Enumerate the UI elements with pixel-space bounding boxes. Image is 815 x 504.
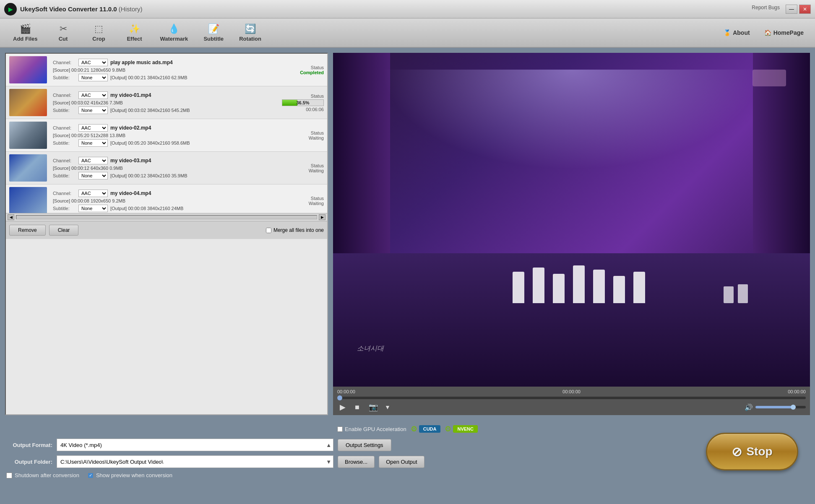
time-total: 00:00:00 (562, 389, 581, 394)
toolbar-add-files[interactable]: 🎬 Add Files (6, 21, 44, 44)
homepage-button[interactable]: 🏠 HomePage (759, 27, 809, 38)
channel-select-3[interactable]: AAC (78, 124, 108, 132)
scroll-right-btn[interactable]: ▶ (319, 214, 325, 220)
channel-select-1[interactable]: AAC (78, 59, 108, 66)
show-preview-check-group[interactable]: Show preview when conversion (88, 472, 172, 478)
shutdown-checkbox[interactable] (6, 473, 12, 478)
volume-icon: 🔊 (745, 403, 753, 411)
volume-section: 🔊 (745, 403, 806, 411)
options-row: Shutdown after conversion Show preview w… (6, 472, 809, 478)
time-remain-2: 00:06:06 (282, 107, 324, 112)
channel-select-4[interactable]: AAC (78, 157, 108, 164)
nvidia-icon-2: ⚙ (445, 424, 451, 434)
volume-handle[interactable] (791, 405, 796, 410)
play-button[interactable]: ▶ (337, 402, 348, 413)
file-item-2[interactable]: Channel: AAC my video-01.mp4 [Source] 00… (6, 86, 327, 119)
subtitle-select-4[interactable]: None (78, 172, 108, 179)
file-output-2: [Output] 00:03:02 3840x2160 545.2MB (110, 108, 190, 113)
effect-label: Effect (127, 36, 142, 42)
file-source-3: [Source] 00:05:20 512x288 13.8MB (53, 133, 125, 138)
toolbar-cut[interactable]: ✂ Cut (47, 21, 80, 44)
toolbar-effect[interactable]: ✨ Effect (118, 21, 151, 44)
rotation-icon: 🔄 (245, 23, 256, 34)
toolbar-rotation[interactable]: 🔄 Rotation (232, 21, 268, 44)
file-output-5: [Output] 00:00:08 3840x2160 24MB (110, 206, 183, 211)
file-list-panel: Channel: AAC play apple music ads.mp4 [S… (5, 53, 328, 415)
merge-checkbox-group[interactable]: Merge all files into one (266, 227, 324, 233)
snapshot-arrow[interactable]: ▼ (385, 404, 391, 410)
progress-text-2: 36.5% (282, 100, 323, 106)
scroll-track[interactable] (16, 215, 317, 219)
toolbar-crop[interactable]: ⬚ Crop (82, 21, 116, 44)
file-source-1: [Source] 00:00:21 1280x650 9.8MB (53, 68, 125, 73)
scroll-left-btn[interactable]: ◀ (8, 214, 14, 220)
output-format-label: Output Format: (6, 442, 52, 448)
file-name-3: my video-02.mp4 (110, 125, 151, 131)
toolbar-right-group: 🏅 About 🏠 HomePage (719, 27, 809, 38)
app-subtitle: (History) (119, 5, 143, 13)
horizontal-scrollbar[interactable]: ◀ ▶ (6, 213, 327, 221)
file-item-3[interactable]: Channel: AAC my video-02.mp4 [Source] 00… (6, 119, 327, 152)
seek-bar[interactable] (337, 397, 806, 399)
file-name-2: my video-01.mp4 (110, 92, 151, 98)
browse-button[interactable]: Browse... (338, 456, 375, 468)
merge-checkbox[interactable] (266, 228, 271, 233)
file-list-footer: Remove Clear Merge all files into one (6, 221, 327, 239)
time-end: 00:00:00 (788, 389, 806, 394)
gpu-check-group[interactable]: Enable GPU Acceleration (337, 426, 406, 432)
file-thumb-4 (9, 154, 47, 182)
nvidia-cuda-group: ⚙ CUDA (411, 424, 441, 434)
performer-1 (513, 272, 524, 303)
channel-select-2[interactable]: AAC (78, 91, 108, 99)
file-status-2: Status 36.5% 00:06:06 (282, 94, 324, 112)
file-source-2: [Source] 00:03:02 416x236 7.3MB (53, 100, 123, 105)
main-content: Channel: AAC play apple music ads.mp4 [S… (0, 48, 815, 420)
video-controls: 00:00:00 00:00:00 00:00:00 ▶ ■ 📷 ▼ 🔊 (333, 387, 810, 415)
folder-row: Output Folder: C:\Users\A\Videos\UkeySof… (6, 455, 809, 468)
stop-button[interactable]: ■ (352, 402, 362, 413)
subtitle-select-5[interactable]: None (78, 205, 108, 212)
volume-slider[interactable] (755, 406, 806, 408)
file-list-scroll[interactable]: Channel: AAC play apple music ads.mp4 [S… (6, 54, 327, 213)
file-item-5[interactable]: Channel: AAC my video-04.mp4 [Source] 00… (6, 184, 327, 213)
output-format-select[interactable]: 4K Video (*.mp4) ▲ (57, 439, 333, 451)
cut-label: Cut (59, 36, 68, 42)
subtitle-select-1[interactable]: None (78, 74, 108, 81)
file-status-1: Status Completed (282, 65, 324, 75)
seek-handle[interactable] (337, 395, 342, 400)
output-settings-button[interactable]: Output Settings (338, 439, 391, 451)
shutdown-check-group[interactable]: Shutdown after conversion (6, 472, 79, 478)
time-current: 00:00:00 (337, 389, 355, 394)
performer-7 (633, 272, 645, 303)
app-icon: ▶ (4, 3, 17, 16)
video-preview: 소녀시대 (333, 53, 810, 387)
channel-select-5[interactable]: AAC (78, 190, 108, 197)
file-meta-3: Channel: AAC my video-02.mp4 [Source] 00… (53, 124, 280, 147)
subtitle-select-3[interactable]: None (78, 139, 108, 147)
about-icon: 🏅 (724, 29, 731, 36)
remove-button[interactable]: Remove (9, 225, 46, 236)
report-bugs-link[interactable]: Report Bugs (752, 5, 780, 14)
file-item-1[interactable]: Channel: AAC play apple music ads.mp4 [S… (6, 54, 327, 86)
toolbar-subtitle[interactable]: 📝 Subtitle (197, 21, 230, 44)
stop-button-main[interactable]: ⊘ Stop (706, 433, 798, 470)
file-status-3: Status Waiting (282, 130, 324, 140)
close-button[interactable]: ✕ (799, 5, 811, 14)
progress-bar-2: 36.5% (282, 99, 324, 106)
file-thumb-1 (9, 56, 47, 83)
show-preview-checkbox[interactable] (88, 473, 94, 478)
toolbar-watermark[interactable]: 💧 Watermark (154, 21, 195, 44)
snapshot-button[interactable]: 📷 (366, 402, 380, 413)
watermark-label: Watermark (160, 36, 188, 42)
open-output-button[interactable]: Open Output (379, 456, 424, 468)
file-name-1: play apple music ads.mp4 (110, 60, 173, 65)
minimize-button[interactable]: — (786, 5, 797, 14)
about-button[interactable]: 🏅 About (719, 27, 755, 38)
stop-button-container: ⊘ Stop (706, 433, 798, 470)
gpu-checkbox[interactable] (337, 426, 343, 432)
clear-button[interactable]: Clear (49, 225, 79, 236)
file-item-4[interactable]: Channel: AAC my video-03.mp4 [Source] 00… (6, 152, 327, 184)
subtitle-select-2[interactable]: None (78, 107, 108, 114)
output-folder-input[interactable]: C:\Users\A\Videos\UkeySoft Output Video\… (57, 455, 333, 468)
cut-icon: ✂ (60, 23, 67, 34)
